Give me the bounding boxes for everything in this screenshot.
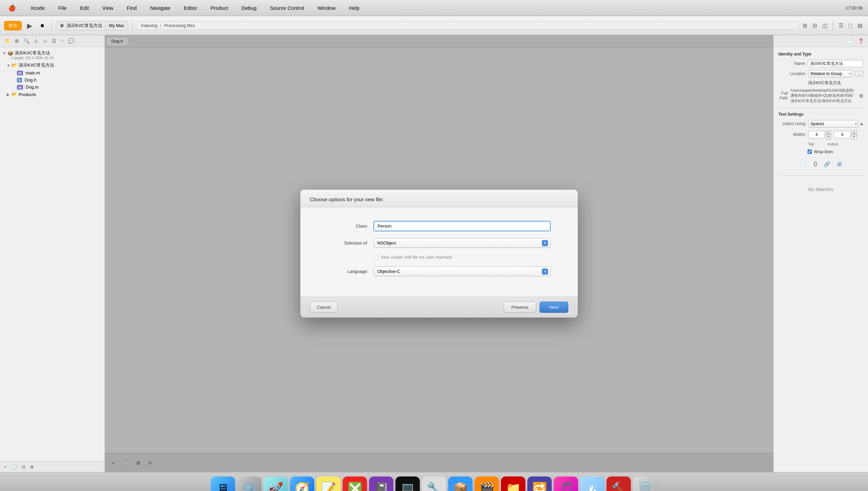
stop-square-button[interactable]: ⏹ [38,22,47,29]
rp-tab-up[interactable]: ▲ [826,130,831,135]
sidebar-item-products[interactable]: ▶ 📂 Products [0,91,105,98]
sidebar-item-dogm[interactable]: ▶ m Dog.m [0,84,105,91]
rp-indent-select[interactable]: Spaces Tabs [808,120,858,127]
rp-name-display: 演示KVC常见方法 [808,80,841,85]
rp-indent-up[interactable]: ▲ [851,130,857,135]
rp-icon-row: 📄 {} 🔗 ⊞ [778,157,863,171]
scheme-selector[interactable]: 🖥 演示KVC常见方法 › My Mac [56,21,128,30]
sidebar-issues-btn[interactable]: ⊡ [20,464,27,470]
sidebar-item-dogh[interactable]: ▶ h Dog.h [0,76,105,84]
dock-system-prefs[interactable]: ⚙️ [237,476,261,491]
debug-button[interactable]: ⎕ [847,21,853,30]
rp-location-select[interactable]: Relative to Group [808,70,852,77]
rp-indent-down[interactable]: ▼ [851,135,857,139]
menu-xcode[interactable]: Xcode [28,4,48,12]
class-input[interactable] [373,221,551,231]
editor-assistant-button[interactable]: ⊟ [811,21,818,30]
sidebar-add-btn[interactable]: + [3,464,8,470]
menu-bar: 🍎 Xcode File Edit View Find Navigate Edi… [0,0,868,16]
menu-find[interactable]: Find [124,4,139,12]
cancel-button[interactable]: Cancel [310,302,338,313]
stop-button[interactable]: 暂停 [4,21,22,30]
rp-indent-browse-btn[interactable]: ▸ [861,121,863,126]
sidebar-chat-btn[interactable]: 💬 [67,37,76,45]
sidebar-warning-btn[interactable]: ⚠ [32,37,40,45]
separator [51,21,52,31]
menu-view[interactable]: View [100,4,116,12]
sidebar-folder-btn[interactable]: 📁 [3,37,12,45]
editor-standard-button[interactable]: ⊞ [801,21,808,30]
menu-source-control[interactable]: Source Control [267,4,306,12]
target-name: My Mac [109,23,124,28]
project-icon: 📦 [7,50,13,56]
dock-ms-office[interactable]: ❎ [343,476,367,491]
sidebar-bookmark-btn[interactable]: ◇ [42,37,49,45]
sidebar-filter-btn[interactable]: ⊕ [29,464,35,470]
menu-debug[interactable]: Debug [239,4,259,12]
menu-navigate[interactable]: Navigate [147,4,173,12]
rp-location-browse-btn[interactable]: … [855,71,863,77]
rp-wrap-checkbox[interactable] [807,149,812,154]
sidebar-item-mainm[interactable]: ▶ m main.m [0,69,105,76]
dock-notes[interactable]: 📝 [316,476,341,491]
no-matches-text: No Matches [778,180,863,199]
dock-safari[interactable]: 🧭 [290,476,314,491]
sidebar-item-mainm-label: main.m [26,70,40,75]
main-layout: 📁 ⊞ 🔍 ⚠ ◇ ☰ ⑂ 💬 ▼ 📦 演示KVC常见方法 1 target, … [0,35,868,472]
rp-name-input[interactable] [808,60,863,67]
dock-ird[interactable]: 🔁 [527,476,552,491]
menu-product[interactable]: Product [208,4,231,12]
rp-code-btn[interactable]: {} [812,160,819,168]
rp-indent-input[interactable] [834,131,851,138]
dock-iphoto[interactable]: 🏔️ [580,476,604,491]
menu-edit[interactable]: Edit [77,4,92,12]
rp-grid-btn[interactable]: ⊞ [836,160,843,169]
sidebar-list-btn[interactable]: ☰ [50,37,58,45]
language-select[interactable]: Objective-C Swift [373,266,551,276]
utilities-button[interactable]: ▤ [856,21,864,30]
rp-tab-down[interactable]: ▼ [826,135,831,139]
sidebar-branch-btn[interactable]: ⑂ [59,37,65,45]
sidebar-search-btn[interactable]: 🔍 [22,37,31,45]
navigator-button[interactable]: ☰ [837,21,845,30]
dock-itunes[interactable]: 🎵 [554,476,578,491]
previous-button[interactable]: Previous [504,302,536,313]
rp-divider1 [778,108,863,108]
dock-instruments[interactable]: 🔨 [607,476,631,491]
editor-version-button[interactable]: ◫ [821,21,829,30]
sidebar-source-btn[interactable]: ⊞ [13,37,21,45]
rp-tab-stepper: ▲ ▼ [826,130,831,139]
apple-menu[interactable]: 🍎 [5,3,18,13]
sidebar-clock-btn[interactable]: 🕐 [10,464,18,470]
rp-fullpath-value: /Users/apple/Desktop/0124iOS就业班/课程内容/UI基… [791,88,856,103]
menu-help[interactable]: Help [346,4,362,12]
rp-wrap-label: Wrap lines [814,149,833,154]
rp-help-btn[interactable]: ❓ [856,37,865,45]
play-button[interactable]: ▶ [24,20,35,31]
new-file-dialog: Choose options for your new file: Class:… [300,190,578,318]
dock-xcode-tools[interactable]: 🔧 [422,476,446,491]
xib-checkbox[interactable] [373,255,378,260]
dock-vlc[interactable]: 🎬 [475,476,499,491]
dock-terminal[interactable]: 💻 [395,476,420,491]
menu-file[interactable]: File [56,4,69,12]
rp-tab-input[interactable] [808,131,825,138]
dock-trash[interactable]: 🗑️ [633,476,657,491]
rp-link-btn[interactable]: 🔗 [822,160,832,169]
sidebar-item-group[interactable]: ▼ 📂 演示KVC常见方法 [0,61,105,69]
rp-fullpath-row: Full Path /Users/apple/Desktop/0124iOS就业… [778,88,863,103]
subclass-select[interactable]: NSObject [373,238,551,248]
next-button[interactable]: Next [540,302,568,313]
rp-fullpath-btn[interactable]: ⊞ [859,93,863,98]
modal-header: Choose options for your new file: [300,190,578,207]
dock-finder[interactable]: 🖥 [211,476,235,491]
modal-footer: Cancel Previous Next [300,297,578,318]
menu-window[interactable]: Window [315,4,338,12]
dock-filezilla[interactable]: 📁 [501,476,525,491]
dock-ms-silverlight[interactable]: 📦 [448,476,473,491]
rp-file-type-btn[interactable]: 📄 [799,160,808,169]
rp-file-btn[interactable]: 📄 [846,37,855,45]
menu-editor[interactable]: Editor [181,4,200,12]
dock-onenote[interactable]: 📓 [369,476,393,491]
dock-launchpad[interactable]: 🚀 [264,476,288,491]
